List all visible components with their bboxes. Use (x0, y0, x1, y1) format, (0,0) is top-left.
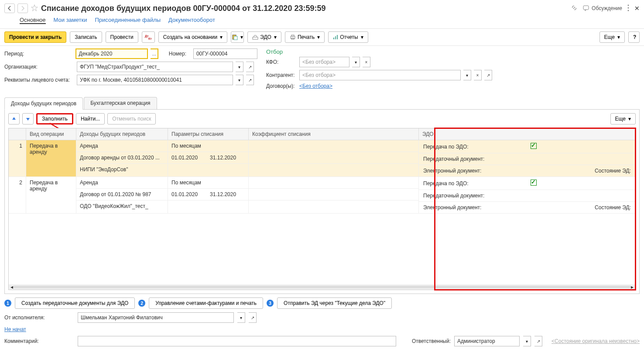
acc-label: Реквизиты лицевого счета: (4, 77, 74, 83)
table-row[interactable]: 2 Передача в аренду Аренда Договор от 01… (9, 177, 635, 214)
tab-dbp[interactable]: Доходы будущих периодов (4, 97, 83, 110)
counterparty-clear-button[interactable]: × (474, 70, 482, 80)
nav-back-button[interactable] (4, 3, 15, 13)
svg-point-2 (628, 7, 629, 8)
acc-open-button[interactable]: ↗ (246, 75, 254, 85)
move-up-button[interactable] (8, 113, 20, 124)
svg-rect-12 (333, 38, 334, 39)
svg-point-3 (628, 10, 629, 11)
step-2-badge: 2 (138, 300, 145, 307)
period-select-button[interactable]: … (151, 48, 158, 59)
org-field[interactable]: ФГУП "МедСтрахПродукт"_тест_ (77, 62, 233, 72)
find-button[interactable]: Найти... (76, 113, 105, 124)
responsible-label: Ответственный: (412, 338, 451, 344)
svg-rect-7 (234, 36, 237, 40)
svg-point-1 (628, 4, 629, 6)
counterparty-field[interactable]: <Без отбора> (299, 70, 461, 80)
paste-icon-button[interactable]: ▾ (231, 31, 244, 43)
responsible-field[interactable]: Администратор (454, 336, 520, 346)
subnav-main[interactable]: Основное (20, 17, 46, 24)
executor-label: От исполнителя: (4, 315, 74, 321)
original-state-link[interactable]: <Состояние оригинала неизвестно> (552, 338, 640, 344)
svg-rect-14 (337, 35, 338, 39)
executor-dropdown-button[interactable]: ▾ (237, 312, 245, 323)
responsible-open-button[interactable]: ↗ (534, 336, 542, 346)
period-label: Период: (4, 51, 73, 57)
link-icon[interactable] (571, 4, 578, 13)
col-dbp: Доходы будущих периодов (76, 128, 168, 140)
contracts-link[interactable]: <Без отбора> (299, 83, 332, 89)
subnav-files[interactable]: Присоединенные файлы (95, 17, 161, 24)
org-label: Организация: (4, 64, 74, 70)
period-field[interactable]: Декабрь 2020 (75, 48, 148, 59)
reports-button[interactable]: Отчеты▾ (328, 31, 368, 43)
discussion-button[interactable]: Обсуждение (583, 5, 622, 11)
manage-invoices-button[interactable]: Управление счетами-фактурами и печать (149, 297, 263, 309)
svg-text:Кт: Кт (148, 37, 152, 40)
create-transfer-docs-button[interactable]: Создать передаточные документы для ЭДО (15, 297, 135, 309)
not-started-link[interactable]: Не начат (4, 326, 26, 332)
org-dropdown-button[interactable]: ▾ (236, 62, 243, 72)
counterparty-open-button[interactable]: ↗ (484, 70, 492, 80)
contracts-label: Договор(ы): (266, 83, 297, 89)
table-more-button[interactable]: Еще▾ (610, 113, 636, 124)
org-open-button[interactable]: ↗ (246, 62, 254, 72)
svg-rect-0 (583, 6, 589, 10)
executor-field[interactable]: Шмельман Харитоний Филатович (78, 312, 234, 323)
horizontal-scrollbar[interactable]: ◂▸ (9, 284, 635, 290)
number-field[interactable]: 00ГУ-000004 (193, 48, 257, 59)
svg-rect-13 (335, 36, 336, 39)
step-1-badge: 1 (4, 300, 11, 307)
cancel-find-button[interactable]: Отменить поиск (107, 113, 156, 124)
row-number: 1 (9, 140, 26, 176)
row-operation: Передача в аренду (26, 140, 76, 176)
tab-acc-op[interactable]: Бухгалтерская операция (84, 97, 157, 109)
edo-checkbox[interactable] (531, 180, 537, 186)
counterparty-dropdown-button[interactable]: ▾ (463, 70, 471, 80)
nav-forward-button[interactable] (17, 3, 28, 13)
create-based-button[interactable]: Создать на основании▾ (158, 31, 228, 43)
help-button[interactable]: ? (628, 31, 640, 43)
row-number: 2 (9, 177, 26, 213)
row-operation: Передача в аренду (26, 177, 76, 213)
kfo-clear-button[interactable]: × (363, 57, 370, 67)
fill-button[interactable]: Заполнить (36, 113, 73, 124)
kfo-dropdown-button[interactable]: ▾ (352, 57, 360, 67)
send-ed-button[interactable]: Отправить ЭД через "Текущие дела ЭДО" (277, 297, 392, 309)
subnav-notes[interactable]: Мои заметки (54, 17, 87, 24)
col-operation: Вид операции (26, 128, 76, 140)
write-button[interactable]: Записать (70, 31, 102, 43)
number-label: Номер: (169, 51, 186, 57)
more-button[interactable]: Еще▾ (599, 31, 625, 43)
svg-rect-8 (253, 37, 258, 39)
step-3-badge: 3 (267, 300, 274, 307)
post-and-close-button[interactable]: Провести и закрыть (4, 31, 66, 43)
subnav-docflow[interactable]: Документооборот (168, 17, 215, 24)
comment-input[interactable] (78, 336, 396, 346)
move-down-button[interactable] (22, 113, 34, 124)
col-edo: ЭДО (419, 128, 635, 140)
kfo-field[interactable]: <Без отбора> (299, 57, 349, 67)
favorite-star-icon[interactable] (31, 4, 38, 13)
post-button[interactable]: Провести (106, 31, 138, 43)
col-params: Параметры списания (168, 128, 249, 140)
acc-dropdown-button[interactable]: ▾ (236, 75, 243, 85)
counterparty-label: Контрагент: (266, 72, 297, 78)
kebab-menu-icon[interactable] (627, 4, 629, 13)
close-icon[interactable]: ✕ (634, 5, 640, 12)
responsible-dropdown-button[interactable]: ▾ (523, 336, 531, 346)
col-coef: Коэффициент списания (249, 128, 419, 140)
col-n (9, 128, 26, 140)
dtkt-icon-button[interactable]: ДтКт (142, 31, 155, 43)
edo-button[interactable]: ЭДО▾ (247, 31, 281, 43)
print-button[interactable]: Печать▾ (285, 31, 325, 43)
filter-title: Отбор (266, 48, 640, 55)
table-row[interactable]: 1 Передача в аренду Аренда Договор аренд… (9, 140, 635, 177)
page-title: Списание доходов будущих периодов 00ГУ-0… (41, 4, 325, 13)
edo-checkbox[interactable] (531, 143, 537, 149)
discussion-label: Обсуждение (592, 5, 622, 11)
acc-field[interactable]: УФК по г. Москве, 40105810800000010041 (77, 75, 233, 85)
kfo-label: КФО: (266, 59, 297, 65)
comment-label: Комментарий: (4, 338, 74, 344)
executor-open-button[interactable]: ↗ (249, 312, 257, 323)
